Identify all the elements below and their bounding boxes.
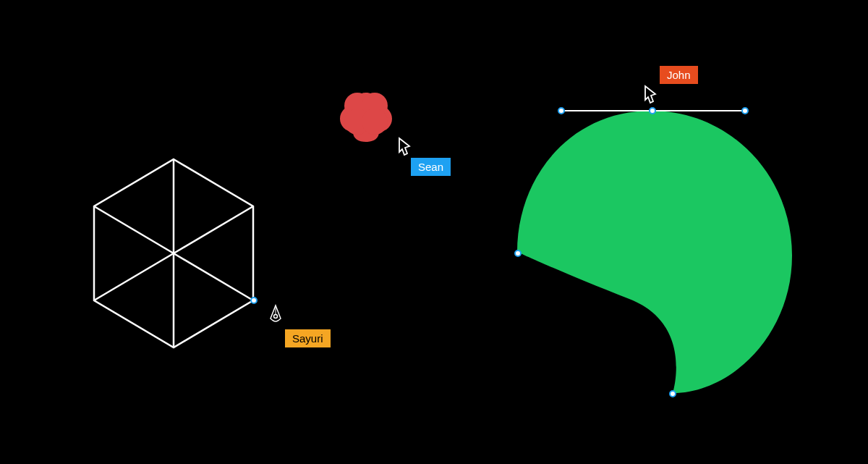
vector-handle[interactable] [514,250,522,257]
vector-handle[interactable] [558,107,565,114]
svg-point-12 [362,109,388,135]
svg-line-6 [94,206,174,253]
flower-shape[interactable] [337,84,395,142]
svg-line-2 [174,206,253,253]
hexagon-shape[interactable] [87,152,260,355]
canvas[interactable]: Sayuri Sean John [0,0,868,464]
collaborator-label-sayuri: Sayuri [285,329,331,347]
cursor-icon [642,84,658,104]
vector-handle[interactable] [250,297,258,304]
collaborator-label-sean: Sean [411,158,451,176]
cursor-icon [396,136,412,156]
pen-tool-icon [268,304,284,326]
vector-handle[interactable] [741,107,749,114]
collaborator-label-john: John [660,66,698,84]
vector-handle[interactable] [649,107,656,114]
svg-line-5 [94,253,174,300]
blob-shape[interactable] [506,107,796,397]
vector-handle[interactable] [669,390,676,397]
svg-line-3 [174,253,253,300]
